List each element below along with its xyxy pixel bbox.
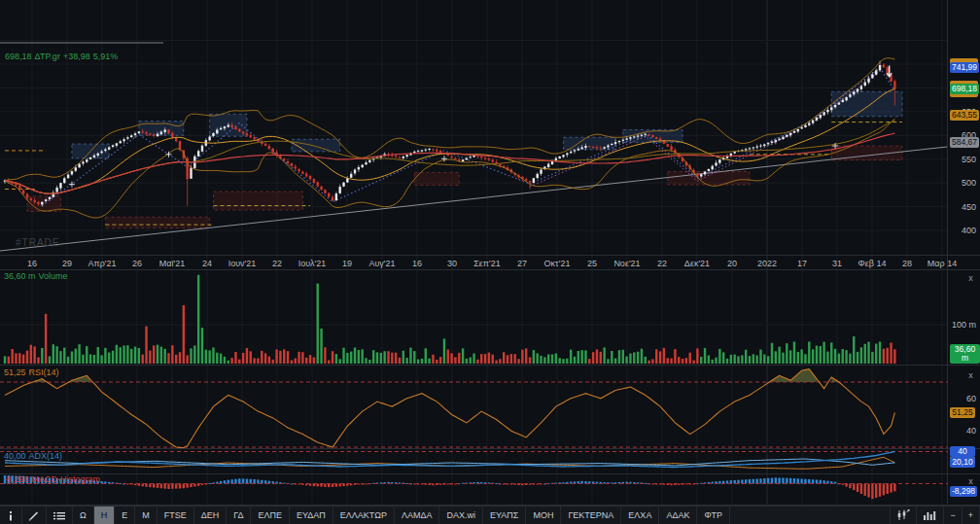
tab-ΑΔΑΚ[interactable]: ΑΔΑΚ [659, 507, 697, 524]
date-label: 2022 [757, 259, 777, 268]
date-label: 24 [202, 259, 212, 268]
tab-ΕΛΠΕ[interactable]: ΕΛΠΕ [251, 507, 290, 524]
volume-value: 36,60 m [4, 271, 36, 281]
price-axis[interactable]: 750700650600550500450400100 m6040 [948, 0, 980, 506]
date-label: 25 [587, 259, 597, 268]
candlestick-chart-button[interactable] [891, 507, 917, 524]
tab-ΔΕΗ[interactable]: ΔΕΗ [194, 507, 228, 524]
trading-chart-app: #TRADE 698,18ΔΤΡ.gr+38,985,91% 36,60 mVo… [0, 0, 980, 524]
chart-canvas [0, 0, 980, 506]
list-icon [52, 510, 66, 521]
date-label: 22 [657, 259, 667, 268]
tab-ΛΑΜΔΑ[interactable]: ΛΑΜΔΑ [395, 507, 440, 524]
macd-histogram [0, 475, 948, 499]
histogram-chart-icon [923, 509, 937, 521]
macd-label: MACD-Histogram [32, 474, 101, 484]
date-label: Οκτ'21 [544, 259, 571, 268]
date-label: Αυγ'21 [368, 259, 395, 268]
date-label: 30 [447, 259, 457, 268]
date-label: 17 [797, 259, 807, 268]
watchlist-button[interactable] [47, 507, 73, 524]
date-label: Ιουν'21 [228, 259, 257, 268]
volume-tick: 100 m [952, 320, 976, 330]
price-change: +38,98 [63, 52, 90, 61]
tab-ΕΛΛΑΚΤΩΡ[interactable]: ΕΛΛΑΚΤΩΡ [333, 507, 395, 524]
grid [0, 0, 948, 505]
volume-label: Volume [39, 271, 68, 281]
symbol-legend: 698,18ΔΤΡ.gr+38,985,91% [5, 52, 121, 61]
price-change-pct: 5,91% [93, 52, 119, 61]
candlestick-chart-icon [896, 509, 910, 521]
bottom-toolbar: ΩΗΕΜFTSEΔΕΗΓΔΕΛΠΕΕΥΔΑΠΕΛΛΑΚΤΩΡΛΑΜΔΑDAX.w… [0, 506, 980, 524]
tab-Η[interactable]: Η [94, 507, 116, 524]
close-rsi-button[interactable]: x [964, 370, 977, 382]
watermark: #TRADE [16, 237, 59, 248]
date-label: 26 [132, 259, 142, 268]
price-badge: 698,18 [950, 84, 979, 94]
adx-legend: 40,00ADX(14) [4, 451, 65, 461]
tab-FTSE[interactable]: FTSE [158, 507, 194, 524]
price-badge: 741,99 [950, 62, 979, 73]
date-label: 16 [27, 259, 37, 268]
pane-separators [0, 0, 980, 506]
tab-DAX.wi[interactable]: DAX.wi [439, 507, 483, 524]
close-volume-button[interactable]: x [964, 273, 977, 285]
zoom-in-button[interactable]: + [962, 507, 980, 524]
date-label: Σεπ'21 [473, 259, 501, 268]
tab-ΕΥΑΠΣ[interactable]: ΕΥΑΠΣ [483, 507, 526, 524]
tab-ΕΛΧΑ[interactable]: ΕΛΧΑ [621, 507, 659, 524]
date-label: Δεκ'21 [684, 259, 710, 268]
date-label: 27 [517, 259, 527, 268]
date-label: Απρ'21 [88, 259, 116, 268]
price-tick: 400 [962, 226, 976, 235]
date-label: Μαρ 14 [928, 259, 957, 268]
adx-label: ADX(14) [29, 451, 63, 461]
date-label: 29 [62, 259, 72, 268]
adx-badge: 40 [950, 446, 975, 457]
zoom-out-icon: − [950, 510, 955, 520]
tab-ΜΟΗ[interactable]: ΜΟΗ [526, 507, 561, 524]
moving-averages [5, 58, 894, 218]
rsi-label: RSI(14) [29, 367, 59, 377]
date-label: 20 [727, 259, 737, 268]
volume-legend: 36,60 mVolume [4, 271, 71, 281]
date-label: Ιουλ'21 [298, 259, 327, 268]
draw-button[interactable] [22, 507, 47, 524]
rsi-legend: 51,25RSI(14) [4, 367, 62, 377]
rsi-badge: 51,25 [950, 407, 975, 418]
symbol-tabs: ΩΗΕΜFTSEΔΕΗΓΔΕΛΠΕΕΥΔΑΠΕΛΛΑΚΤΩΡΛΑΜΔΑDAX.w… [73, 507, 730, 524]
tab-Μ[interactable]: Μ [135, 507, 158, 524]
close-macd-button[interactable]: x [964, 476, 977, 488]
adx-value: 40,00 [4, 451, 26, 461]
histogram-chart-button[interactable] [917, 507, 944, 524]
date-label: 31 [832, 259, 842, 268]
price-badge: 643,55 [950, 110, 979, 121]
rsi-tick: 60 [966, 394, 976, 403]
rsi-tick: 40 [966, 426, 976, 436]
toolbar-right-group: − + [890, 507, 980, 524]
date-label: 16 [412, 259, 422, 268]
tab-ΓΔ[interactable]: ΓΔ [227, 507, 251, 524]
zoom-in-icon: + [968, 510, 973, 520]
price-badge: 584,67 [950, 137, 979, 148]
tab-ΦΤΡ[interactable]: ΦΤΡ [697, 507, 730, 524]
macd-legend: -8,298MACD-Histogram [4, 474, 103, 484]
price-tick: 500 [962, 178, 976, 188]
zoom-out-button[interactable]: − [944, 507, 962, 524]
date-label: 28 [902, 259, 912, 268]
tab-Ω[interactable]: Ω [73, 507, 94, 524]
tab-ΓΕΚΤΕΡΝΑ[interactable]: ΓΕΚΤΕΡΝΑ [561, 507, 621, 524]
rsi-value: 51,25 [4, 367, 26, 377]
pencil-icon [28, 510, 40, 521]
adx-indicator [0, 452, 948, 470]
price-tick: 450 [962, 202, 976, 212]
date-label: Μαϊ'21 [159, 259, 185, 268]
date-label: Φεβ 14 [858, 259, 887, 268]
info-icon [6, 510, 16, 521]
price-tick: 550 [962, 155, 976, 164]
tab-ΕΥΔΑΠ[interactable]: ΕΥΔΑΠ [290, 507, 333, 524]
info-button[interactable] [0, 507, 22, 524]
tab-Ε[interactable]: Ε [115, 507, 135, 524]
date-label: 22 [272, 259, 282, 268]
date-label: Νοε'21 [613, 259, 640, 268]
